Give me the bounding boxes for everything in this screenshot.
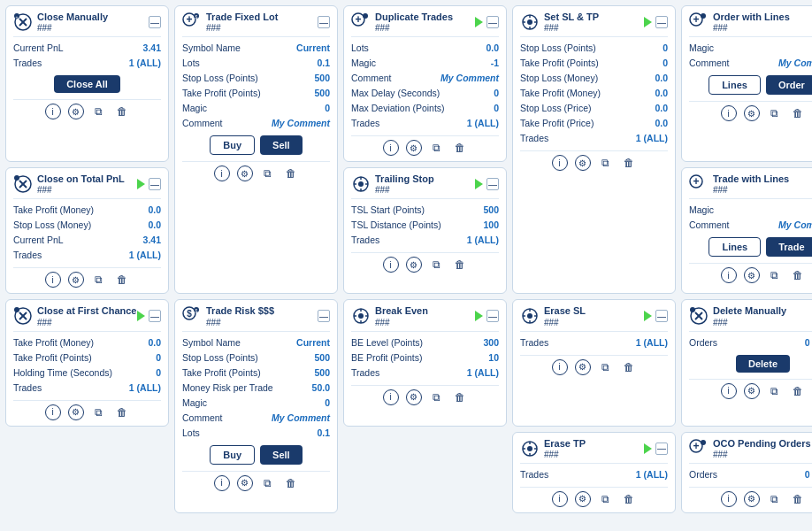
erase-sl-minimize[interactable]: — xyxy=(655,310,668,322)
copy-icon[interactable]: ⧉ xyxy=(91,404,107,420)
close-at-first-chance-minimize[interactable]: — xyxy=(149,310,161,322)
erase-sl-play[interactable] xyxy=(644,311,652,321)
info-icon[interactable]: i xyxy=(383,257,399,273)
settings-icon[interactable]: ⚙ xyxy=(68,404,84,420)
settings-icon[interactable]: ⚙ xyxy=(744,383,760,399)
info-icon[interactable]: i xyxy=(721,105,737,121)
close-at-first-chance-play[interactable] xyxy=(137,311,145,321)
settings-icon[interactable]: ⚙ xyxy=(744,105,760,121)
close-all-button[interactable]: Close All xyxy=(54,75,120,93)
svg-point-58 xyxy=(527,446,532,451)
settings-icon[interactable]: ⚙ xyxy=(406,140,422,156)
set-sl-tp-card: Set SL & TP ### — Stop Loss (Points) 0 T… xyxy=(512,5,676,294)
copy-icon[interactable]: ⧉ xyxy=(429,257,445,273)
buy-button[interactable]: Buy xyxy=(210,445,255,465)
info-icon[interactable]: i xyxy=(45,272,61,288)
order-button[interactable]: Order xyxy=(766,75,812,95)
close-on-total-pnl-icon xyxy=(13,174,33,194)
trash-icon[interactable]: 🗑 xyxy=(283,165,299,181)
close-on-total-pnl-minimize[interactable]: — xyxy=(149,178,161,190)
info-icon[interactable]: i xyxy=(552,491,568,507)
close-manually-card: + Close Manually ### — Current PnL 3.41 … xyxy=(5,5,169,162)
copy-icon[interactable]: ⧉ xyxy=(429,140,445,156)
copy-icon[interactable]: ⧉ xyxy=(767,267,783,283)
info-icon[interactable]: i xyxy=(552,359,568,375)
trash-icon[interactable]: 🗑 xyxy=(621,359,637,375)
order-with-lines-card: + Order with Lines ### — Magic 0 Comment… xyxy=(681,5,812,162)
close-manually-minimize[interactable]: — xyxy=(149,16,161,28)
info-icon[interactable]: i xyxy=(552,155,568,171)
copy-icon[interactable]: ⧉ xyxy=(767,383,783,399)
trash-icon[interactable]: 🗑 xyxy=(790,383,806,399)
trailing-stop-minimize[interactable]: — xyxy=(486,178,499,190)
copy-icon[interactable]: ⧉ xyxy=(598,359,614,375)
trade-risk-icon: $ $ xyxy=(182,306,202,326)
trade-risk-minimize[interactable]: — xyxy=(318,310,330,322)
settings-icon[interactable]: ⚙ xyxy=(68,272,84,288)
sell-button[interactable]: Sell xyxy=(260,135,303,155)
info-icon[interactable]: i xyxy=(45,404,61,420)
set-sl-tp-play[interactable] xyxy=(644,17,652,27)
duplicate-trades-minimize[interactable]: — xyxy=(486,16,499,28)
trash-icon[interactable]: 🗑 xyxy=(790,491,806,507)
info-icon[interactable]: i xyxy=(214,475,230,491)
erase-tp-play[interactable] xyxy=(644,443,652,454)
settings-icon[interactable]: ⚙ xyxy=(744,491,760,507)
trash-icon[interactable]: 🗑 xyxy=(621,155,637,171)
trash-icon[interactable]: 🗑 xyxy=(114,272,130,288)
trash-icon[interactable]: 🗑 xyxy=(114,104,130,119)
settings-icon[interactable]: ⚙ xyxy=(237,165,253,181)
settings-icon[interactable]: ⚙ xyxy=(237,475,253,491)
trade-fixed-lot-minimize[interactable]: — xyxy=(318,16,330,28)
trash-icon[interactable]: 🗑 xyxy=(790,105,806,121)
set-sl-tp-minimize[interactable]: — xyxy=(655,16,668,28)
settings-icon[interactable]: ⚙ xyxy=(406,389,422,405)
info-icon[interactable]: i xyxy=(383,140,399,156)
trash-icon[interactable]: 🗑 xyxy=(790,267,806,283)
settings-icon[interactable]: ⚙ xyxy=(575,359,591,375)
erase-tp-minimize[interactable]: — xyxy=(655,442,668,455)
lines-button[interactable]: Lines xyxy=(709,237,761,257)
copy-icon[interactable]: ⧉ xyxy=(91,104,107,119)
info-icon[interactable]: i xyxy=(721,267,737,283)
trash-icon[interactable]: 🗑 xyxy=(452,257,468,273)
break-even-play[interactable] xyxy=(475,311,483,321)
trade-button[interactable]: Trade xyxy=(766,237,812,257)
info-icon[interactable]: i xyxy=(214,165,230,181)
copy-icon[interactable]: ⧉ xyxy=(260,165,276,181)
trash-icon[interactable]: 🗑 xyxy=(621,491,637,507)
buy-button[interactable]: Buy xyxy=(210,135,255,155)
settings-icon[interactable]: ⚙ xyxy=(406,257,422,273)
sell-button[interactable]: Sell xyxy=(260,445,303,465)
trailing-stop-play[interactable] xyxy=(475,179,483,189)
break-even-minimize[interactable]: — xyxy=(486,310,499,322)
settings-icon[interactable]: ⚙ xyxy=(744,267,760,283)
trash-icon[interactable]: 🗑 xyxy=(452,389,468,405)
delete-button[interactable]: Delete xyxy=(736,355,790,373)
lines-button[interactable]: Lines xyxy=(709,75,761,95)
copy-icon[interactable]: ⧉ xyxy=(91,272,107,288)
settings-icon[interactable]: ⚙ xyxy=(575,491,591,507)
info-icon[interactable]: i xyxy=(721,383,737,399)
close-on-total-pnl-play[interactable] xyxy=(137,179,145,189)
trash-icon[interactable]: 🗑 xyxy=(283,475,299,491)
info-icon[interactable]: i xyxy=(45,104,61,119)
settings-icon[interactable]: ⚙ xyxy=(68,104,84,119)
close-at-first-chance-card: Close at First Chance ### — Take Profit … xyxy=(5,299,169,426)
copy-icon[interactable]: ⧉ xyxy=(598,155,614,171)
copy-icon[interactable]: ⧉ xyxy=(598,491,614,507)
close-manually-icon: + xyxy=(13,12,33,32)
copy-icon[interactable]: ⧉ xyxy=(429,389,445,405)
info-icon[interactable]: i xyxy=(721,491,737,507)
info-icon[interactable]: i xyxy=(383,389,399,405)
duplicate-trades-play[interactable] xyxy=(475,17,483,27)
settings-icon[interactable]: ⚙ xyxy=(575,155,591,171)
trash-icon[interactable]: 🗑 xyxy=(452,140,468,156)
trade-fixed-lot-card: + $ Trade Fixed Lot ### — Symbol Name Cu… xyxy=(174,5,338,294)
close-manually-icon-row: i ⚙ ⧉ 🗑 xyxy=(13,99,161,119)
copy-icon[interactable]: ⧉ xyxy=(767,491,783,507)
copy-icon[interactable]: ⧉ xyxy=(260,475,276,491)
trash-icon[interactable]: 🗑 xyxy=(114,404,130,420)
copy-icon[interactable]: ⧉ xyxy=(767,105,783,121)
svg-point-36 xyxy=(14,307,19,312)
